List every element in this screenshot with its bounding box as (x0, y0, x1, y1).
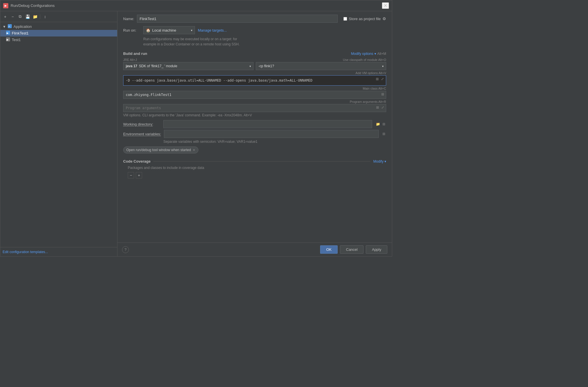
name-input[interactable] (137, 15, 337, 23)
vm-options-box[interactable]: -D --add-opens java.base/java.util=ALL-U… (123, 75, 386, 86)
cancel-button[interactable]: Cancel (340, 245, 363, 254)
modify-shortcut: Alt+M (377, 52, 386, 56)
working-dir-folder-icon[interactable]: 📁 (375, 122, 381, 126)
sdk-java-version: java 17 (126, 64, 137, 68)
env-vars-row: Environment variables: ⊞ (123, 130, 386, 138)
application-type-icon: A (8, 24, 12, 29)
folder-config-button[interactable]: 📁 (32, 14, 38, 20)
config2-icon: ▶ (6, 37, 10, 42)
svg-text:▶: ▶ (7, 32, 9, 34)
build-run-title: Build and run (123, 51, 147, 56)
svg-text:▶: ▶ (7, 38, 9, 41)
sidebar-item-application[interactable]: ▼ A Application (0, 23, 117, 30)
sidebar-item-test1[interactable]: ▶ Test1 (0, 36, 117, 43)
env-vars-list-icon[interactable]: ⊞ (382, 132, 386, 136)
dropdown-arrow-icon: ▾ (191, 29, 192, 32)
footer: ? OK Cancel Apply (117, 242, 392, 256)
toolbar-divider (40, 14, 40, 19)
main-class-input[interactable] (123, 91, 386, 99)
open-tool-window-chip: Open run/debug tool window when started … (123, 147, 198, 153)
store-project-checkbox[interactable] (343, 17, 347, 21)
modify-options-label: Modify options (351, 52, 373, 56)
run-on-row: Run on: 🏠 Local machine ▾ Manage targets… (117, 24, 392, 36)
prog-args-list-icon[interactable]: ⊞ (375, 105, 380, 110)
working-dir-label: Working directory: (123, 122, 160, 126)
store-project-container: Store as project file ⚙ (343, 16, 386, 21)
sidebar-toolbar: + − ⧉ 💾 📁 ↕ (0, 11, 117, 22)
coverage-add-button[interactable]: + (136, 172, 142, 178)
manage-targets-link[interactable]: Manage targets... (198, 28, 227, 32)
remove-config-button[interactable]: − (9, 14, 16, 20)
sdk-dropdown[interactable]: java 17 SDK of 'flink17_ ' module ▾ (123, 62, 254, 70)
coverage-divider: Code Coverage Modify ▾ (123, 159, 386, 163)
copy-config-button[interactable]: ⧉ (17, 14, 23, 20)
program-args-input[interactable] (123, 104, 386, 112)
local-machine-text: Local machine (152, 28, 176, 32)
application-label: Application (13, 24, 32, 29)
coverage-remove-button[interactable]: − (128, 172, 134, 178)
add-vm-hint-row: Add VM options Alt+V (123, 71, 386, 75)
edit-templates-link[interactable]: Edit configuration templates... (3, 250, 48, 254)
store-project-label: Store as project file (349, 17, 381, 21)
vm-options-actions: ⊞ ⤢ (375, 77, 385, 81)
sidebar-bottom: Edit configuration templates... (0, 247, 117, 256)
run-on-label: Run on: (123, 28, 140, 32)
store-project-gear[interactable]: ⚙ (382, 16, 386, 21)
env-hint-text: Separate variables with semicolon: VAR=v… (163, 140, 258, 144)
main-class-actions: ⊞ (380, 92, 385, 97)
sort-config-button[interactable]: ↕ (42, 14, 48, 20)
env-hint: Separate variables with semicolon: VAR=v… (123, 140, 386, 144)
test1-label: Test1 (12, 38, 21, 42)
vm-hint-text: VM options. CLI arguments to the 'Java' … (123, 113, 252, 117)
working-dir-input[interactable] (163, 120, 372, 128)
help-button[interactable]: ? (122, 246, 129, 253)
env-vars-label: Environment variables: (123, 132, 161, 136)
save-config-button[interactable]: 💾 (24, 14, 31, 20)
main-class-hint-row: Main class Alt+C (123, 87, 386, 90)
run-on-desc-text: Run configurations may be executed local… (143, 37, 240, 46)
jre-hint-label: JRE Alt+J (123, 58, 137, 61)
add-vm-hint: Add VM options Alt+V (355, 71, 386, 75)
app-icon: ▶ (3, 3, 8, 8)
flinktest1-label: FlinkTest1 (12, 31, 29, 35)
env-vars-actions: ⊞ (382, 132, 386, 136)
build-run-body: JRE Alt+J Use classpath of module Alt+O … (117, 58, 392, 242)
coverage-modify-label: Modify (373, 159, 383, 163)
coverage-chevron-icon: ▾ (384, 159, 386, 163)
modify-options-button[interactable]: Modify options ▾ Alt+M (351, 52, 386, 56)
run-on-dropdown[interactable]: 🏠 Local machine ▾ (143, 26, 195, 34)
sidebar-item-flinktest1[interactable]: ▶ FlinkTest1 (0, 30, 117, 36)
main-class-list-icon[interactable]: ⊞ (380, 92, 385, 97)
main-class-row: ⊞ (123, 91, 386, 99)
svg-text:A: A (8, 25, 10, 28)
working-dir-list-icon[interactable]: ⊞ (382, 122, 386, 126)
name-label: Name: (123, 17, 134, 21)
hints-row: JRE Alt+J Use classpath of module Alt+O (123, 58, 386, 61)
vm-options-expand-icon[interactable]: ⊞ (375, 77, 380, 81)
local-machine-icon: 🏠 (146, 28, 150, 32)
add-config-button[interactable]: + (2, 14, 8, 20)
title-bar: ▶ Run/Debug Configurations ✕ (0, 0, 392, 11)
close-button[interactable]: ✕ (382, 2, 389, 9)
prog-args-hint-row: Program arguments Alt+R (123, 100, 386, 103)
cp-dropdown[interactable]: -cp flink1? ▾ (256, 62, 386, 70)
sdk-module-text: SDK of 'flink17_ ' module (139, 64, 177, 68)
vm-hint: VM options. CLI arguments to the 'Java' … (123, 113, 386, 117)
dialog-title: Run/Debug Configurations (11, 3, 55, 8)
env-vars-input[interactable] (164, 130, 379, 138)
coverage-title: Code Coverage (123, 159, 150, 163)
apply-button[interactable]: Apply (366, 245, 387, 254)
prog-args-fullscreen-icon[interactable]: ⤢ (380, 105, 385, 110)
chip-label: Open run/debug tool window when started (126, 148, 191, 152)
chip-close-button[interactable]: ✕ (193, 148, 195, 152)
main-class-hint: Main class Alt+C (363, 87, 386, 90)
build-run-section-header: Build and run Modify options ▾ Alt+M (117, 49, 392, 58)
sidebar: + − ⧉ 💾 📁 ↕ ▼ A Application ▶ (0, 11, 117, 256)
name-row: Name: Store as project file ⚙ (117, 11, 392, 24)
vm-options-fullscreen-icon[interactable]: ⤢ (380, 77, 385, 81)
sdk-dropdown-arrow: ▾ (249, 65, 251, 68)
main-panel: Name: Store as project file ⚙ Run on: 🏠 … (117, 11, 392, 256)
code-coverage-section: Code Coverage Modify ▾ Packages and clas… (123, 159, 386, 181)
coverage-modify-button[interactable]: Modify ▾ (373, 159, 386, 163)
ok-button[interactable]: OK (320, 245, 338, 254)
